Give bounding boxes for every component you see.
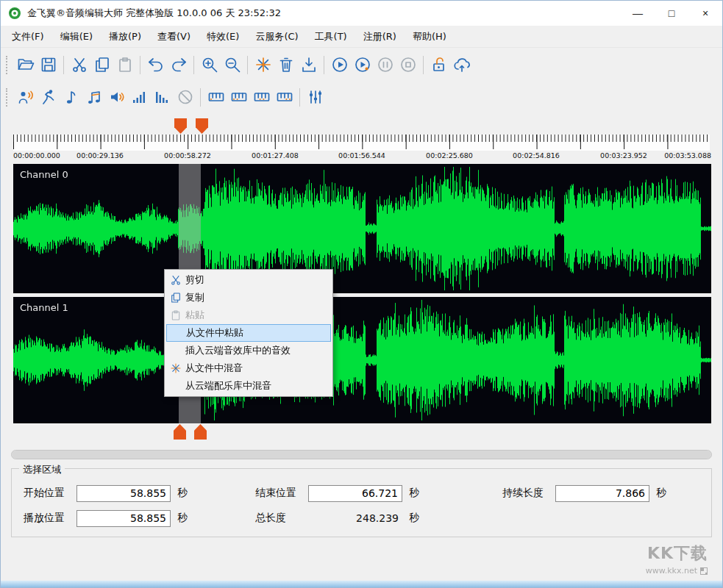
voice-button[interactable] [14, 86, 37, 109]
midi-3-button[interactable] [250, 86, 273, 109]
menu-item-file[interactable]: 文件(F) [4, 26, 52, 47]
start-position-label: 开始位置 [24, 487, 76, 500]
timeline-ruler[interactable]: 00:00:00.000 00:00:29.136 00:00:58.272 0… [13, 135, 710, 161]
mix-icon [254, 56, 272, 74]
channel-1-label: Channel 1 [20, 302, 68, 313]
close-button[interactable]: × [688, 1, 722, 26]
context-menu-item-copy[interactable]: 复制 [166, 289, 331, 306]
undo-icon [147, 56, 165, 74]
redo-button[interactable] [167, 54, 190, 76]
copy-button[interactable] [90, 54, 113, 76]
channel-0[interactable]: Channel 0 [13, 164, 710, 293]
ruler-label: 00:01:56.544 [338, 151, 385, 159]
window-controls: — □ × [621, 1, 722, 26]
keyboard-3-icon [253, 88, 271, 106]
channel-1[interactable]: Channel 1 [13, 297, 710, 423]
delete-icon [277, 56, 295, 74]
selection-panel-title: 选择区域 [19, 463, 65, 476]
open-file-button[interactable] [14, 54, 37, 76]
minimize-button[interactable]: — [621, 1, 655, 26]
grid-icon [700, 567, 708, 575]
mix-icon [166, 362, 185, 374]
volume-button[interactable] [105, 86, 128, 109]
midi-1-button[interactable] [204, 86, 227, 109]
pause-icon [377, 56, 394, 74]
end-position-input[interactable] [308, 485, 402, 502]
context-menu-item-insert-cloud-sfx[interactable]: 插入云端音效库中的音效 [166, 342, 331, 359]
play-button[interactable] [328, 54, 351, 76]
selection-row-1: 开始位置 秒 结束位置 秒 持续长度 秒 [12, 481, 711, 506]
mixer-button[interactable] [304, 86, 327, 109]
selection-end-marker-bottom[interactable] [194, 424, 207, 440]
zoom-in-button[interactable] [198, 54, 221, 76]
speaker-icon [108, 88, 126, 106]
menu-item-effects[interactable]: 特效(E) [199, 26, 247, 47]
bottom-marker-strip [1, 423, 722, 445]
fade-in-button[interactable] [128, 86, 151, 109]
menu-item-view[interactable]: 查看(V) [149, 26, 199, 47]
cloud-upload-button[interactable] [450, 54, 473, 76]
menu-item-edit[interactable]: 编辑(E) [52, 26, 101, 47]
play-selection-icon [354, 56, 371, 74]
ruler-ticks[interactable] [13, 135, 710, 151]
fade-out-button[interactable] [151, 86, 174, 109]
menu-item-tools[interactable]: 工具(T) [307, 26, 355, 47]
menu-item-help[interactable]: 帮助(H) [405, 26, 455, 47]
paste-button[interactable] [113, 54, 136, 76]
duration-input[interactable] [555, 485, 649, 502]
menu-bar: 文件(F) 编辑(E) 播放(P) 查看(V) 特效(E) 云服务(C) 工具(… [1, 26, 722, 48]
maximize-button[interactable]: □ [655, 1, 688, 26]
context-menu-item-mix-from-file[interactable]: 从文件中混音 [166, 359, 331, 377]
context-menu-item-mix-from-cloud[interactable]: 从云端配乐库中混音 [166, 377, 331, 395]
toolbar-main [1, 48, 722, 82]
ruler-label: 00:02:54.816 [513, 151, 560, 159]
selection-end-marker[interactable] [196, 118, 208, 134]
ruler-label: 00:02:25.680 [426, 151, 473, 159]
cut-icon [166, 274, 185, 286]
cut-button[interactable] [68, 54, 90, 76]
ruler-label: 00:03:53.088 [664, 151, 711, 159]
channel-0-waveform[interactable] [13, 164, 711, 293]
selection-start-marker-bottom[interactable] [174, 424, 186, 440]
stop-button[interactable] [396, 54, 419, 76]
export-button[interactable] [297, 54, 320, 76]
notes-button[interactable] [82, 86, 105, 109]
mix-button[interactable] [252, 54, 274, 76]
mute-button[interactable] [174, 86, 196, 109]
midi-2-button[interactable] [227, 86, 250, 109]
pause-button[interactable] [374, 54, 396, 76]
start-position-input[interactable] [76, 485, 171, 502]
channel-0-label: Channel 0 [20, 169, 68, 180]
save-file-button[interactable] [37, 54, 60, 76]
start-unit-label: 秒 [177, 487, 193, 500]
ruler-label: 00:00:58.272 [164, 151, 211, 159]
ruler-label: 00:00:29.136 [76, 151, 124, 159]
zoom-out-button[interactable] [221, 54, 243, 76]
music-notes-icon [85, 88, 103, 106]
context-menu-item-paste[interactable]: 粘贴 [166, 306, 331, 324]
context-menu-item-cut[interactable]: 剪切 [166, 271, 331, 289]
menu-item-cloud[interactable]: 云服务(C) [247, 26, 306, 47]
duration-label: 持续长度 [502, 487, 555, 500]
tempo-button[interactable] [37, 86, 60, 109]
lock-button[interactable] [427, 54, 450, 76]
window-title: 金飞翼®音频编辑大师 完整体验版 10.0.0 06 天 23:52:32 [27, 7, 621, 20]
scrollbar-thumb[interactable] [12, 451, 711, 459]
total-unit-label: 秒 [409, 512, 425, 525]
delete-button[interactable] [274, 54, 297, 76]
menu-item-play[interactable]: 播放(P) [101, 26, 149, 47]
selection-start-marker[interactable] [174, 118, 187, 134]
note-button[interactable] [60, 86, 82, 109]
title-bar: 金飞翼®音频编辑大师 完整体验版 10.0.0 06 天 23:52:32 — … [1, 1, 722, 26]
undo-button[interactable] [144, 54, 167, 76]
play-position-input[interactable] [76, 510, 171, 527]
context-menu-item-paste-from-file[interactable]: 从文件中粘贴 [166, 324, 331, 342]
duration-unit-label: 秒 [656, 487, 672, 500]
play-selection-button[interactable] [351, 54, 374, 76]
watermark: KK下载 www.kkx.net [646, 542, 708, 576]
midi-4-button[interactable] [273, 86, 296, 109]
context-menu: 剪切 复制 粘贴 从文件中粘贴 插入云端音效库中的音效 从文件中混音 从云端配乐… [164, 269, 333, 397]
channel-1-waveform[interactable] [13, 297, 711, 423]
horizontal-scrollbar[interactable] [11, 450, 712, 459]
menu-item-register[interactable]: 注册(R) [355, 26, 405, 47]
